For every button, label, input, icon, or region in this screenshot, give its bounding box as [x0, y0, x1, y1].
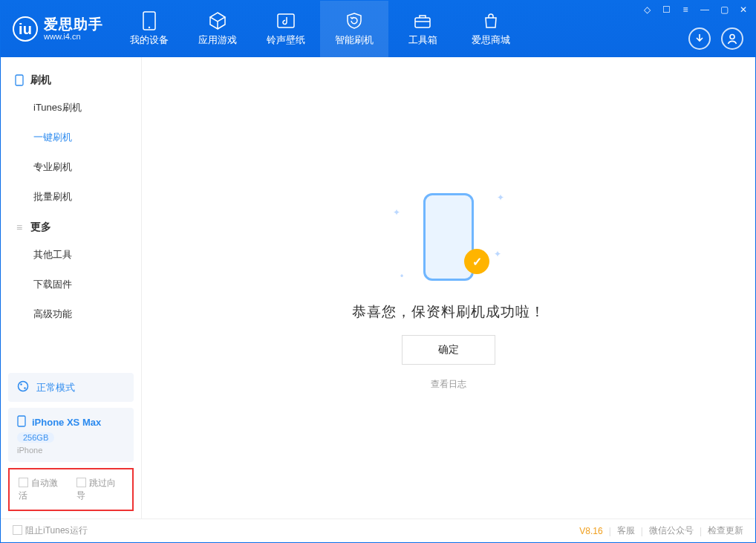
- menu-icon[interactable]: ≡: [680, 4, 691, 16]
- nav-my-device[interactable]: 我的设备: [115, 1, 183, 57]
- sidebar-item-advanced[interactable]: 高级功能: [1, 299, 141, 329]
- success-illustration: ✦ ✦ • ✦ ✓: [385, 185, 512, 289]
- download-button[interactable]: [688, 27, 711, 50]
- ok-button[interactable]: 确定: [402, 335, 495, 365]
- sparkle-icon: ✦: [494, 249, 501, 259]
- svg-rect-6: [16, 75, 23, 85]
- nav-ringtones[interactable]: 铃声壁纸: [252, 1, 320, 57]
- sparkle-icon: ✦: [393, 207, 400, 218]
- cube-icon: [208, 11, 227, 30]
- logo-icon: iu: [13, 16, 38, 42]
- check-update-link[interactable]: 检查更新: [708, 524, 743, 537]
- sidebar-item-other-tools[interactable]: 其他工具: [1, 240, 141, 270]
- maximize-button[interactable]: ▢: [718, 4, 730, 16]
- device-row[interactable]: iPhone XS Max 256GB iPhone: [8, 408, 134, 462]
- nav-flash[interactable]: 智能刷机: [320, 1, 388, 57]
- device-icon: [140, 11, 159, 30]
- close-button[interactable]: ✕: [737, 4, 749, 16]
- list-icon: ≡: [14, 222, 25, 233]
- nav-label: 应用游戏: [198, 33, 237, 47]
- svg-point-9: [24, 387, 25, 388]
- sidebar-item-download-firmware[interactable]: 下载固件: [1, 270, 141, 299]
- success-message: 恭喜您，保资料刷机成功啦！: [352, 302, 545, 322]
- toolbox-icon: [413, 11, 432, 30]
- main-content: ✦ ✦ • ✦ ✓ 恭喜您，保资料刷机成功啦！ 确定 查看日志: [142, 57, 755, 518]
- svg-rect-3: [415, 18, 430, 27]
- check-icon: ✓: [464, 249, 489, 274]
- nav-label: 智能刷机: [335, 33, 374, 47]
- wechat-link[interactable]: 微信公众号: [649, 524, 694, 537]
- support-link[interactable]: 客服: [617, 524, 635, 537]
- phone-icon: [17, 415, 26, 429]
- bag-icon: [481, 11, 501, 30]
- shirt-icon[interactable]: ◇: [641, 4, 653, 16]
- sidebar-group-title: 更多: [30, 221, 51, 234]
- auto-activate-checkbox[interactable]: 自动激活: [19, 477, 66, 502]
- app-header: iu 爱思助手 www.i4.cn 我的设备 应用游戏 铃声壁纸 智能刷机 工具…: [1, 1, 755, 57]
- sidebar: 刷机 iTunes刷机 一键刷机 专业刷机 批量刷机 ≡ 更多 其他工具 下载固…: [1, 57, 142, 518]
- skip-guide-checkbox[interactable]: 跳过向导: [76, 477, 124, 502]
- user-button[interactable]: [721, 27, 743, 50]
- svg-point-8: [20, 383, 22, 385]
- nav-label: 我的设备: [130, 33, 169, 47]
- nav-store[interactable]: 爱思商城: [457, 1, 525, 57]
- sidebar-item-oneclick-flash[interactable]: 一键刷机: [1, 123, 141, 152]
- body: 刷机 iTunes刷机 一键刷机 专业刷机 批量刷机 ≡ 更多 其他工具 下载固…: [1, 57, 755, 518]
- phone-icon: [14, 75, 25, 85]
- mode-icon: [17, 380, 29, 394]
- version-label: V8.16: [579, 526, 602, 536]
- status-bar: 阻止iTunes运行 V8.16 | 客服 | 微信公众号 | 检查更新: [1, 518, 755, 542]
- minimize-button[interactable]: —: [699, 4, 711, 16]
- sidebar-group-more: ≡ 更多: [1, 212, 141, 240]
- flash-options-row: 自动激活 跳过向导: [8, 468, 134, 511]
- nav-label: 工具箱: [408, 33, 437, 47]
- nav-apps[interactable]: 应用游戏: [183, 1, 252, 57]
- sparkle-icon: •: [400, 271, 403, 282]
- svg-rect-10: [18, 416, 25, 426]
- header-right-actions: [688, 27, 743, 50]
- main-nav: 我的设备 应用游戏 铃声壁纸 智能刷机 工具箱 爱思商城: [115, 1, 525, 57]
- logo-text: 爱思助手 www.i4.cn: [44, 17, 103, 42]
- app-url: www.i4.cn: [44, 32, 103, 41]
- music-folder-icon: [276, 11, 296, 30]
- nav-label: 铃声壁纸: [267, 33, 305, 47]
- nav-label: 爱思商城: [472, 33, 510, 47]
- view-log-link[interactable]: 查看日志: [431, 378, 466, 391]
- sidebar-group-flash: 刷机: [1, 65, 141, 93]
- sidebar-group-title: 刷机: [30, 74, 51, 87]
- sidebar-item-itunes-flash[interactable]: iTunes刷机: [1, 93, 141, 123]
- sidebar-item-batch-flash[interactable]: 批量刷机: [1, 182, 141, 212]
- window-controls: ◇ ☐ ≡ — ▢ ✕: [641, 4, 749, 16]
- mode-label: 正常模式: [36, 381, 75, 394]
- refresh-shield-icon: [345, 11, 364, 30]
- svg-point-7: [19, 382, 28, 391]
- svg-point-5: [730, 35, 734, 39]
- svg-rect-2: [278, 14, 294, 27]
- app-name: 爱思助手: [44, 17, 103, 33]
- device-mode-row[interactable]: 正常模式: [8, 373, 134, 402]
- sidebar-bottom: 正常模式 iPhone XS Max 256GB iPhone 自动激活 跳过向…: [1, 365, 141, 518]
- sidebar-scroll: 刷机 iTunes刷机 一键刷机 专业刷机 批量刷机 ≡ 更多 其他工具 下载固…: [1, 57, 141, 365]
- device-capacity: 256GB: [17, 432, 54, 443]
- sidebar-item-pro-flash[interactable]: 专业刷机: [1, 152, 141, 182]
- block-itunes-checkbox[interactable]: 阻止iTunes运行: [13, 524, 88, 537]
- device-type: iPhone: [17, 446, 42, 455]
- svg-point-1: [149, 27, 150, 28]
- sparkle-icon: ✦: [497, 192, 504, 203]
- logo-block: iu 爱思助手 www.i4.cn: [1, 1, 115, 57]
- lock-icon[interactable]: ☐: [660, 4, 672, 16]
- device-name: iPhone XS Max: [32, 417, 101, 428]
- nav-toolbox[interactable]: 工具箱: [388, 1, 457, 57]
